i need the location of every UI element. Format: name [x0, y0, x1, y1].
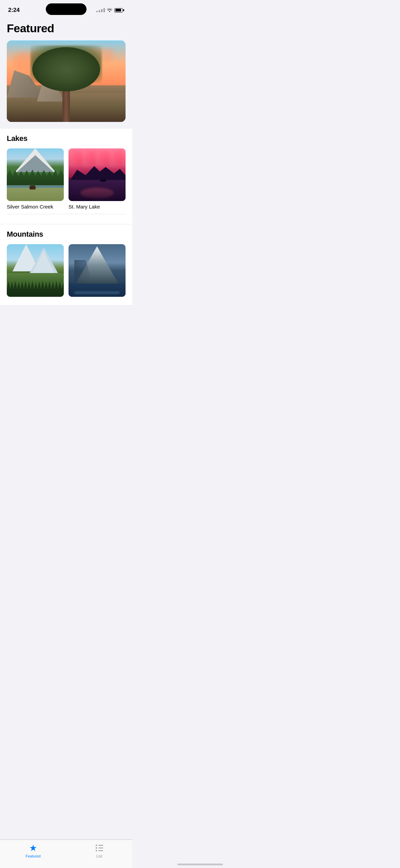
page-title: Featured [0, 18, 132, 40]
st-mary-lake-item[interactable]: St. Mary Lake [69, 148, 126, 210]
hero-image[interactable] [7, 40, 126, 122]
mountain1-image [7, 244, 64, 297]
mountain2-item[interactable] [69, 244, 126, 300]
mountain1-item[interactable] [7, 244, 64, 300]
tab-bar: ★ Featured List [0, 839, 132, 868]
list-tab-label: List [96, 854, 102, 858]
mountain-snow [7, 148, 64, 172]
mountain1-peaks [7, 244, 64, 273]
featured-tab-label: Featured [25, 854, 40, 858]
featured-tab-icon: ★ [28, 843, 38, 853]
mountains-grid [7, 244, 126, 300]
peak3 [32, 251, 55, 275]
hero-foliage [32, 47, 100, 91]
list-line-3 [98, 850, 103, 851]
bear-silhouette [30, 185, 36, 189]
st-mary-lake-image [69, 148, 126, 201]
mountains-section: Mountains [0, 224, 132, 305]
lakes-grid: Silver Salmon Creek St. Mary Lake [7, 148, 126, 210]
star-icon: ★ [29, 843, 37, 853]
dynamic-island [46, 3, 87, 15]
list-line-1 [98, 845, 103, 846]
list-dot-2 [96, 847, 97, 849]
ground-meadow [7, 188, 64, 201]
tab-featured[interactable]: ★ Featured [20, 843, 47, 858]
status-time: 2:24 [8, 7, 20, 14]
signal-icon [96, 8, 105, 12]
section-separator [7, 214, 126, 214]
battery-icon [114, 8, 124, 13]
boat-silhouette [100, 180, 107, 182]
scroll-content: Featured Lakes [0, 18, 132, 332]
silver-salmon-creek-label: Silver Salmon Creek [7, 204, 53, 210]
silver-salmon-creek-image [7, 148, 64, 201]
lakes-section-header: Lakes [7, 134, 126, 143]
list-dot-1 [96, 845, 97, 846]
water-shimmer [74, 291, 120, 294]
silver-salmon-creek-item[interactable]: Silver Salmon Creek [7, 148, 64, 210]
water-blue [69, 284, 126, 297]
list-dot-3 [96, 850, 97, 851]
list-line-2 [98, 848, 103, 849]
status-icons [96, 7, 124, 13]
list-tab-icon [95, 843, 104, 853]
mountains-section-header: Mountains [7, 230, 126, 239]
st-mary-lake-label: St. Mary Lake [69, 204, 100, 210]
status-bar: 2:24 [0, 0, 132, 18]
lakes-section: Lakes Silver Salmon Creek [0, 129, 132, 224]
wifi-icon [107, 7, 112, 13]
tab-list[interactable]: List [86, 843, 113, 858]
mountain2-image [69, 244, 126, 297]
clouds-pink [69, 151, 126, 167]
